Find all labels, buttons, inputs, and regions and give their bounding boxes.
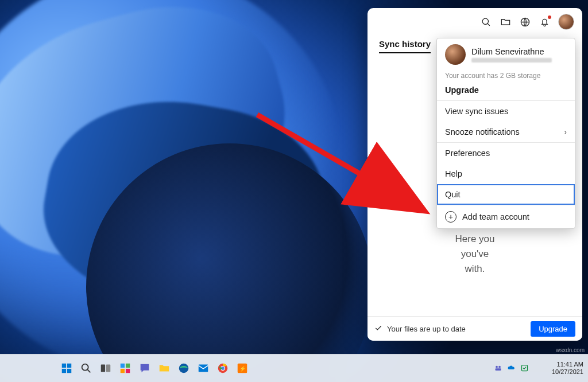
svg-point-25 [498, 365, 501, 368]
avatar [445, 44, 466, 65]
globe-icon[interactable] [519, 16, 531, 28]
check-icon [374, 324, 382, 334]
svg-rect-7 [62, 369, 66, 373]
menu-view-sync-issues[interactable]: View sync issues [437, 101, 575, 122]
tab-sync-history[interactable]: Sync history [379, 36, 431, 53]
svg-rect-12 [106, 365, 110, 372]
svg-point-9 [82, 364, 88, 371]
mail-icon[interactable] [195, 360, 211, 376]
svg-rect-8 [67, 369, 71, 373]
upgrade-button[interactable]: Upgrade [531, 321, 575, 337]
storage-note: Your account has 2 GB storage [445, 72, 567, 80]
svg-rect-16 [126, 369, 130, 373]
svg-rect-15 [121, 369, 125, 373]
svg-rect-5 [62, 364, 66, 368]
tray-security-icon[interactable] [520, 364, 529, 373]
account-menu: Dilum Senevirathne Your account has 2 GB… [436, 38, 575, 229]
app-icon[interactable]: ⚡ [234, 360, 250, 376]
body-line-1: Here you [455, 233, 495, 244]
account-email-blurred [471, 58, 552, 63]
body-line-2: you've [461, 248, 489, 259]
svg-point-24 [496, 365, 498, 368]
svg-rect-6 [67, 364, 71, 368]
svg-point-17 [179, 364, 189, 373]
chevron-right-icon: › [564, 127, 567, 137]
account-row: Dilum Senevirathne [445, 44, 567, 65]
search-icon[interactable] [78, 360, 94, 376]
menu-quit[interactable]: Quit [437, 184, 575, 205]
taskbar: ⚡ 11:41 AM 10/27/2021 [0, 354, 588, 382]
upgrade-link[interactable]: Upgrade [445, 85, 567, 95]
clock-time: 11:41 AM [552, 361, 583, 368]
taskbar-clock[interactable]: 11:41 AM 10/27/2021 [552, 361, 583, 376]
menu-snooze-notifications[interactable]: Snooze notifications› [437, 122, 575, 142]
svg-point-0 [482, 18, 488, 24]
menu-preferences[interactable]: Preferences [437, 143, 575, 163]
svg-rect-11 [101, 365, 105, 372]
panel-header [368, 8, 582, 36]
taskbar-pinned: ⚡ [59, 360, 250, 376]
edge-icon[interactable] [176, 360, 192, 376]
start-button[interactable] [59, 360, 75, 376]
menu-add-team-account[interactable]: + Add team account [437, 205, 575, 228]
watermark: wsxdn.com [556, 347, 585, 353]
folder-icon[interactable] [500, 16, 511, 28]
panel-body-text: Here you you've with. [368, 232, 582, 276]
search-icon[interactable] [480, 16, 492, 28]
svg-rect-27 [521, 365, 527, 371]
svg-line-1 [488, 24, 490, 26]
chrome-icon[interactable] [215, 360, 231, 376]
plus-circle-icon: + [445, 211, 457, 223]
svg-rect-26 [495, 368, 501, 371]
widgets-icon[interactable] [117, 360, 133, 376]
task-view-icon[interactable] [98, 360, 114, 376]
file-explorer-icon[interactable] [156, 360, 172, 376]
body-line-3: with. [465, 263, 485, 274]
tray-teams-icon[interactable] [494, 364, 502, 373]
svg-rect-14 [126, 364, 130, 368]
menu-help[interactable]: Help [437, 163, 575, 184]
account-name: Dilum Senevirathne [471, 47, 552, 56]
panel-footer: Your files are up to date Upgrade [368, 316, 582, 341]
svg-rect-13 [121, 364, 125, 368]
taskbar-tray: 11:41 AM 10/27/2021 [488, 361, 583, 376]
svg-line-10 [87, 369, 90, 372]
bell-icon[interactable] [539, 16, 550, 28]
tray-onedrive-icon[interactable] [507, 364, 516, 373]
clock-date: 10/27/2021 [552, 368, 583, 376]
svg-text:⚡: ⚡ [239, 365, 246, 372]
chat-icon[interactable] [137, 360, 153, 376]
svg-rect-18 [199, 365, 208, 372]
footer-status-text: Your files are up to date [387, 325, 466, 333]
avatar[interactable] [558, 14, 574, 30]
